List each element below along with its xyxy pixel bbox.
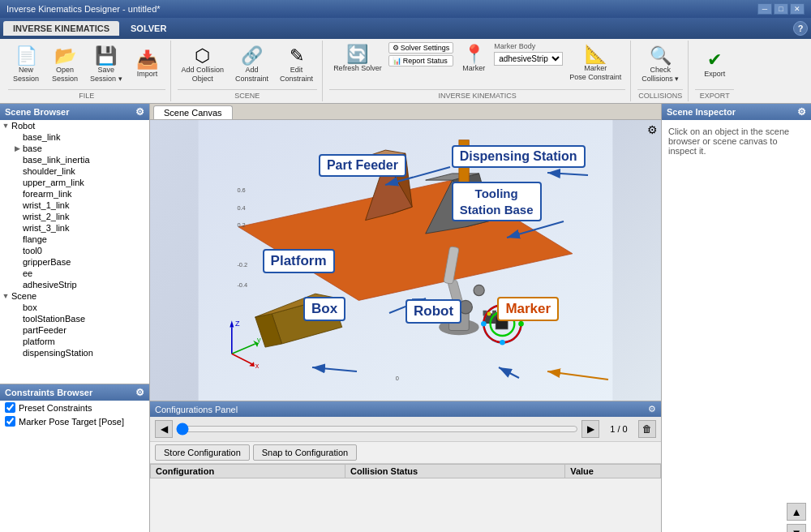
wrist2-label: wrist_2_link xyxy=(23,212,146,221)
inspector-up-button[interactable]: ▲ xyxy=(787,503,806,521)
tree-item-upper-arm[interactable]: upper_arm_link xyxy=(0,177,149,188)
platform-label: platform xyxy=(23,337,146,346)
tree-item-scene[interactable]: ▼ Scene xyxy=(0,290,149,302)
config-delete-button[interactable]: 🗑 xyxy=(638,420,656,438)
inspector-down-button[interactable]: ▼ xyxy=(787,524,806,532)
help-button[interactable]: ? xyxy=(793,21,808,36)
solver-actions: ⚙ Solver Settings 📊 Report Status xyxy=(388,42,454,66)
edit-constraint-button[interactable]: ✎ EditConstraint xyxy=(276,44,317,87)
tree-item-adhesive[interactable]: adhesiveStrip xyxy=(0,279,149,290)
preset-constraints-label: Preset Constraints xyxy=(19,403,92,413)
open-session-button[interactable]: 📂 OpenSession xyxy=(47,44,83,87)
add-constraint-button[interactable]: 🔗 AddConstraint xyxy=(231,44,272,87)
ribbon-group-export: ✔ Export EXPORT xyxy=(690,41,739,101)
annotation-box: Box xyxy=(303,297,345,321)
tree-item-base[interactable]: ▶ base xyxy=(0,143,149,154)
refresh-solver-icon: 🔄 xyxy=(346,45,368,63)
canvas-gear-icon[interactable]: ⚙ xyxy=(647,123,658,136)
marker-pose-checkbox[interactable] xyxy=(5,416,15,427)
export-button[interactable]: ✔ Export xyxy=(697,48,732,82)
configurations-data-table: Configuration Collision Status Value xyxy=(150,464,661,478)
config-col-collision: Collision Status xyxy=(345,465,565,478)
refresh-solver-button[interactable]: 🔄 Refresh Solver xyxy=(329,42,386,76)
solver-settings-button[interactable]: ⚙ Solver Settings xyxy=(388,42,454,54)
save-session-button[interactable]: 💾 SaveSession ▾ xyxy=(86,44,127,87)
canvas-area: Z y x 0.6 0.4 0.2 -0.2 xyxy=(150,120,661,401)
tree-item-tool-station[interactable]: toolStationBase xyxy=(0,313,149,324)
marker-pose-label: MarkerPose Constraint xyxy=(569,64,621,82)
preset-constraints-item[interactable]: Preset Constraints xyxy=(0,401,149,414)
tree-item-wrist1[interactable]: wrist_1_link xyxy=(0,200,149,211)
config-action-bar: Store Configuration Snap to Configuratio… xyxy=(150,442,661,464)
check-collisions-button[interactable]: 🔍 CheckCollisions ▾ xyxy=(637,44,683,87)
close-button[interactable]: ✕ xyxy=(790,3,805,15)
add-collision-label: Add CollisionObject xyxy=(182,66,225,84)
tree-item-box[interactable]: box xyxy=(0,302,149,313)
tree-item-shoulder[interactable]: shoulder_link xyxy=(0,165,149,177)
scene-canvas[interactable]: Z y x 0.6 0.4 0.2 -0.2 xyxy=(150,120,661,401)
wrist1-label: wrist_1_link xyxy=(23,200,146,210)
inspector-nav-buttons: ▲ ▼ xyxy=(662,498,811,532)
report-status-button[interactable]: 📊 Report Status xyxy=(388,55,454,66)
new-session-button[interactable]: 📄 NewSession xyxy=(8,44,44,87)
config-next-button[interactable]: ▶ xyxy=(581,420,599,438)
tree-item-forearm[interactable]: forearm_link xyxy=(0,188,149,200)
constraints-browser-title: Constraints Browser xyxy=(5,388,92,397)
main-layout: Scene Browser ⚙ ▼ Robot base_link ▶ base… xyxy=(0,104,811,532)
minimize-button[interactable]: ─ xyxy=(757,3,772,15)
marker-pose-item[interactable]: Marker Pose Target [Pose] xyxy=(0,414,149,428)
tree-item-wrist3[interactable]: wrist_3_link xyxy=(0,222,149,234)
add-collision-button[interactable]: ⬡ Add CollisionObject xyxy=(178,44,229,87)
svg-point-32 xyxy=(487,311,491,315)
tree-item-gripper[interactable]: gripperBase xyxy=(0,256,149,268)
config-gear-icon[interactable]: ⚙ xyxy=(648,404,656,414)
tree-item-part-feeder[interactable]: partFeeder xyxy=(0,324,149,336)
tree-item-base-link[interactable]: base_link xyxy=(0,131,149,143)
inspector-header: Scene Inspector ⚙ xyxy=(662,104,811,120)
right-panel: Scene Inspector ⚙ Click on an object in … xyxy=(661,104,811,532)
robot-expand-arrow: ▼ xyxy=(0,122,11,130)
preset-constraints-checkbox[interactable] xyxy=(5,402,15,413)
add-constraint-label: AddConstraint xyxy=(235,66,268,84)
marker-pose-button[interactable]: 📐 MarkerPose Constraint xyxy=(565,42,625,85)
scene-canvas-tab[interactable]: Scene Canvas xyxy=(153,105,233,119)
maximize-button[interactable]: □ xyxy=(774,3,788,15)
annotation-part-feeder: Part Feeder xyxy=(319,154,406,177)
tree-item-ee[interactable]: ee xyxy=(0,268,149,279)
scene-browser-gear-icon[interactable]: ⚙ xyxy=(135,106,144,118)
tree-item-base-link-inertia[interactable]: base_link_inertia xyxy=(0,154,149,165)
marker-body-select[interactable]: adhesiveStrip xyxy=(494,52,563,66)
marker-body-label: Marker Body xyxy=(494,42,563,50)
menu-tab-ik[interactable]: INVERSE KINEMATICS xyxy=(3,21,119,36)
dispensing-label: dispensingStation xyxy=(23,348,146,358)
import-label: Import xyxy=(137,70,158,79)
tree-item-tool0[interactable]: tool0 xyxy=(0,245,149,256)
config-slider[interactable] xyxy=(176,423,578,435)
collision-buttons: 🔍 CheckCollisions ▾ xyxy=(637,42,683,88)
export-icon: ✔ xyxy=(707,51,722,69)
svg-text:0: 0 xyxy=(396,375,399,382)
constraints-gear-icon[interactable]: ⚙ xyxy=(135,387,144,398)
inspector-gear-icon[interactable]: ⚙ xyxy=(797,106,806,118)
tree-item-wrist2[interactable]: wrist_2_link xyxy=(0,211,149,222)
base-link-label: base_link xyxy=(23,132,146,142)
tree-item-dispensing[interactable]: dispensingStation xyxy=(0,347,149,358)
import-button[interactable]: 📥 Import xyxy=(130,48,165,82)
add-constraint-icon: 🔗 xyxy=(241,47,263,65)
menu-tab-solver[interactable]: SOLVER xyxy=(121,21,176,36)
store-config-button[interactable]: Store Configuration xyxy=(155,444,250,461)
tree-item-robot[interactable]: ▼ Robot xyxy=(0,120,149,131)
scene-browser-tree[interactable]: ▼ Robot base_link ▶ base base_link_inert… xyxy=(0,120,149,384)
svg-text:-0.2: -0.2 xyxy=(237,261,247,268)
base-label: base xyxy=(23,144,146,153)
config-col-configuration: Configuration xyxy=(151,465,345,478)
new-session-icon: 📄 xyxy=(15,47,37,65)
config-prev-button[interactable]: ◀ xyxy=(155,420,173,438)
box-label: box xyxy=(23,302,146,312)
tree-item-flange[interactable]: flange xyxy=(0,234,149,245)
marker-button[interactable]: 📍 Marker xyxy=(456,42,491,76)
svg-text:y: y xyxy=(257,336,261,344)
snap-config-button[interactable]: Snap to Configuration xyxy=(253,444,357,461)
scene-browser-title: Scene Browser xyxy=(5,107,69,117)
tree-item-platform[interactable]: platform xyxy=(0,336,149,347)
